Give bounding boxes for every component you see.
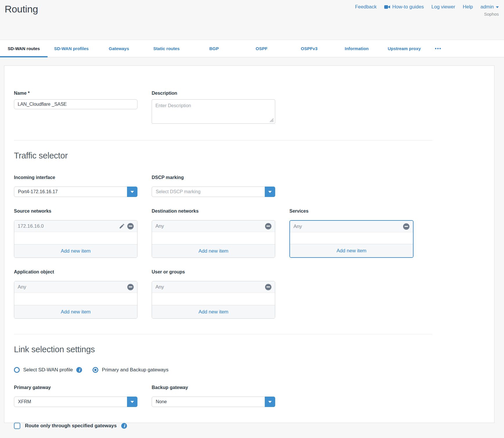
tab-overflow-menu[interactable]: ••• — [428, 40, 448, 57]
remove-item-icon[interactable] — [127, 284, 134, 290]
backup-gateway-value: None — [156, 399, 167, 404]
help-link[interactable]: Help — [463, 4, 473, 10]
list-item-text: Any — [155, 223, 164, 229]
add-new-item-button[interactable]: Add new item — [152, 244, 275, 258]
tab-label: Gateways — [109, 46, 129, 51]
list-item: Any — [152, 281, 275, 293]
gateway-fields: XFRM None — [14, 397, 485, 407]
tab-sdwan-profiles[interactable]: SD-WAN profiles — [48, 40, 95, 57]
user-groups-list: Any Add new item — [152, 281, 275, 319]
add-new-item-button[interactable]: Add new item — [14, 244, 137, 258]
info-icon[interactable] — [76, 367, 82, 373]
remove-item-icon[interactable] — [265, 223, 271, 229]
networks-labels: Source networks Destination networks Ser… — [14, 209, 485, 217]
tab-sdwan-routes[interactable]: SD-WAN routes — [0, 40, 48, 57]
tab-label: SD-WAN profiles — [54, 46, 88, 51]
remove-item-icon[interactable] — [403, 223, 409, 230]
primary-gateway-value: XFRM — [18, 399, 31, 404]
section-divider — [14, 140, 432, 140]
howto-guides-link[interactable]: How-to guides — [384, 4, 424, 10]
user-groups-label: User or groups — [152, 269, 275, 275]
routing-page: Routing Feedback How-to guides Log viewe… — [0, 0, 504, 423]
remove-item-icon[interactable] — [127, 223, 134, 229]
list-empty-area — [14, 232, 137, 244]
page-header: Routing Feedback How-to guides Log viewe… — [0, 0, 504, 40]
section-divider — [14, 334, 432, 334]
link-selection-options: Select SD-WAN profile Primary and Backup… — [14, 367, 485, 373]
tab-static-routes[interactable]: Static routes — [143, 40, 190, 57]
org-label: Sophos — [355, 12, 499, 17]
sdwan-profile-radio-option[interactable]: Select SD-WAN profile — [14, 367, 82, 373]
edit-pencil-icon[interactable] — [119, 223, 125, 229]
chevron-down-icon — [268, 191, 272, 193]
dropdown-button[interactable] — [265, 187, 275, 197]
remove-item-icon[interactable] — [265, 284, 271, 290]
header-right: Feedback How-to guides Log viewer Help a… — [355, 3, 499, 17]
howto-guides-label: How-to guides — [392, 4, 424, 10]
description-label: Description — [152, 91, 275, 96]
required-mark: * — [28, 91, 30, 96]
list-empty-area — [14, 293, 137, 305]
backup-gateway-label: Backup gateway — [152, 385, 275, 390]
gateway-labels: Primary gateway Backup gateway — [14, 385, 485, 394]
log-viewer-link[interactable]: Log viewer — [432, 4, 455, 10]
traffic-selector-heading: Traffic selector — [14, 151, 485, 160]
dropdown-button[interactable] — [127, 397, 137, 407]
tab-label: Static routes — [153, 46, 180, 51]
app-user-lists: Any Add new item Any Add new item — [14, 281, 485, 319]
route-only-checkbox[interactable] — [14, 423, 20, 429]
dscp-marking-select[interactable]: Select DSCP marking — [152, 187, 275, 197]
application-object-list: Any Add new item — [14, 281, 137, 319]
add-new-item-button[interactable]: Add new item — [290, 244, 413, 257]
interface-dscp-labels: Incoming interface DSCP marking — [14, 175, 485, 184]
info-icon[interactable] — [121, 423, 127, 429]
radio-label: Select SD-WAN profile — [23, 367, 73, 373]
name-label: Name * — [14, 91, 137, 96]
list-empty-area — [290, 232, 413, 244]
resize-handle[interactable] — [270, 118, 274, 122]
tab-ospfv3[interactable]: OSPFv3 — [285, 40, 333, 57]
admin-menu[interactable]: admin — [481, 4, 499, 10]
name-input[interactable] — [14, 99, 137, 109]
tab-bar: SD-WAN routes SD-WAN profiles Gateways S… — [0, 40, 504, 57]
radio-unchecked-icon[interactable] — [14, 367, 20, 373]
dropdown-button[interactable] — [265, 397, 275, 407]
dropdown-button[interactable] — [127, 187, 137, 197]
primary-gateway-select[interactable]: XFRM — [14, 397, 137, 407]
backup-gateway-select[interactable]: None — [152, 397, 275, 407]
list-item: Any — [290, 221, 413, 232]
feedback-link[interactable]: Feedback — [355, 4, 377, 10]
tab-upstream-proxy[interactable]: Upstream proxy — [380, 40, 428, 57]
list-item-text: 172.16.16.0 — [18, 223, 44, 229]
dscp-marking-label: DSCP marking — [152, 175, 275, 180]
tab-bgp[interactable]: BGP — [190, 40, 238, 57]
tab-label: Information — [345, 46, 369, 51]
tab-information[interactable]: Information — [333, 40, 380, 57]
tab-label: SD-WAN routes — [8, 46, 40, 51]
list-item: Any — [14, 281, 137, 293]
tab-label: OSPF — [256, 46, 268, 51]
description-input[interactable] — [152, 99, 275, 124]
source-networks-list: 172.16.16.0 Add new item — [14, 220, 137, 258]
list-item-text: Any — [18, 284, 26, 290]
app-user-labels: Application object User or groups — [14, 269, 485, 278]
networks-lists: 172.16.16.0 Add new item — [14, 220, 485, 258]
radio-checked-icon[interactable] — [93, 367, 98, 373]
chevron-down-icon — [130, 401, 134, 403]
chevron-down-icon — [130, 191, 134, 193]
add-new-item-button[interactable]: Add new item — [152, 305, 275, 318]
primary-backup-radio-option[interactable]: Primary and Backup gateways — [93, 367, 168, 373]
dscp-marking-placeholder: Select DSCP marking — [156, 189, 200, 194]
tab-ospf[interactable]: OSPF — [238, 40, 285, 57]
admin-menu-label: admin — [481, 4, 494, 10]
chevron-down-icon — [268, 401, 272, 403]
add-new-item-button[interactable]: Add new item — [14, 305, 137, 318]
tab-gateways[interactable]: Gateways — [95, 40, 143, 57]
radio-label: Primary and Backup gateways — [102, 367, 168, 373]
list-item-text: Any — [155, 284, 164, 290]
tab-label: BGP — [209, 46, 219, 51]
content-panel: Name * Description Traffic selector Inco… — [4, 65, 494, 423]
destination-networks-label: Destination networks — [152, 209, 275, 214]
incoming-interface-select[interactable]: Port4-172.16.16.17 — [14, 187, 137, 197]
name-description-row: Name * Description — [14, 91, 485, 125]
